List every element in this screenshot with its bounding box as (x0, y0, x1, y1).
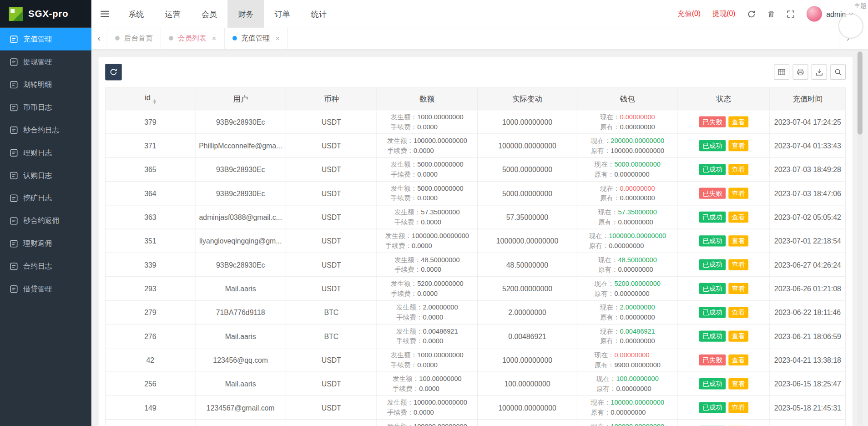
table-row: 27971BA776d9118BTC发生额：2.00000000手续费：0.00… (106, 300, 846, 324)
sidebar-item[interactable]: 秒合约返佣 (0, 209, 91, 232)
before-value: 0.00000000 (618, 218, 653, 226)
sidebar-toggle-button[interactable] (91, 0, 118, 28)
brand-logo[interactable]: SGX-pro (0, 0, 91, 28)
now-value: 100000.00000000 (611, 399, 664, 406)
search-button[interactable] (830, 64, 846, 80)
table-row: 33993B9c28930EcUSDT发生额：48.50000000手续费：0.… (106, 253, 846, 276)
nav-item[interactable]: 会员 (191, 0, 227, 28)
tab-item[interactable]: 后台首页 (107, 28, 161, 49)
tab-item[interactable]: 充值管理× (225, 28, 288, 49)
nav-item[interactable]: 订单 (264, 0, 300, 28)
view-button[interactable]: 查看 (728, 188, 748, 198)
fee-label: 手续费： (391, 194, 417, 202)
cell-amount: 发生额：1000.00000000手续费：0.0000 (391, 112, 464, 132)
view-button[interactable]: 查看 (728, 283, 748, 294)
occur-value: 5000.00000000 (417, 161, 464, 168)
occur-value: 100000.00000000 (414, 422, 467, 426)
view-button[interactable]: 查看 (728, 378, 748, 389)
cell-user: 93B9c28930Ec (216, 118, 265, 126)
sidebar-item[interactable]: 币币日志 (0, 96, 91, 119)
refresh-table-button[interactable] (105, 64, 122, 81)
nav-item[interactable]: 运营 (154, 0, 191, 28)
sidebar-item[interactable]: 挖矿日志 (0, 187, 91, 209)
view-button[interactable]: 查看 (728, 330, 748, 341)
fee-label: 手续费： (387, 409, 414, 416)
fee-value: 0.0000 (414, 147, 434, 154)
before-label: 原有： (595, 171, 615, 178)
tab-item[interactable]: 会员列表× (161, 28, 224, 49)
sidebar-item-label: 合约日志 (23, 261, 52, 271)
view-button[interactable]: 查看 (728, 164, 748, 175)
tab-label: 充值管理 (241, 33, 270, 43)
tabs-scroll-left-button[interactable]: ‹ (91, 28, 107, 49)
view-button[interactable]: 查看 (728, 259, 748, 270)
view-button[interactable]: 查看 (728, 235, 748, 246)
avatar[interactable] (806, 6, 822, 21)
app-root: SGX-pro 系统运营会员财务订单统计 充值(0) 提现(0) admin (0, 0, 868, 426)
sidebar-item[interactable]: 理财返佣 (0, 232, 91, 255)
cell-status: 已失败查看 (680, 188, 767, 198)
menu-icon (10, 35, 18, 43)
recharge-count: (0) (692, 10, 701, 18)
cell-user: 123456@qq.com (213, 356, 268, 364)
column-header[interactable]: id▴▾ (106, 88, 195, 110)
fullscreen-icon[interactable] (787, 10, 795, 18)
cell-user: Mail.aaris (225, 284, 256, 293)
print-button[interactable] (792, 64, 808, 80)
view-button[interactable]: 查看 (728, 355, 748, 365)
occur-label: 发生额： (387, 422, 414, 426)
cell-time: 2023-07-03 18:49:28 (774, 165, 841, 173)
sidebar-item[interactable]: 提现管理 (0, 51, 91, 73)
view-button[interactable]: 查看 (728, 212, 748, 223)
table-row: 276Mail.aarisBTC发生额：0.00486921手续费：0.0000… (106, 324, 846, 348)
nav-item[interactable]: 系统 (118, 0, 154, 28)
vertical-scrollbar[interactable] (858, 51, 863, 425)
view-button[interactable]: 查看 (728, 117, 748, 127)
cell-coin: USDT (322, 356, 341, 364)
view-button[interactable]: 查看 (728, 140, 748, 151)
trash-icon[interactable] (767, 10, 775, 18)
sidebar-item[interactable]: 合约日志 (0, 255, 91, 278)
occur-label: 发生额： (391, 113, 417, 121)
export-button[interactable] (812, 64, 827, 80)
close-icon[interactable]: × (275, 34, 279, 42)
toolbar (105, 64, 846, 81)
now-label: 现在： (596, 375, 616, 383)
tab-list: 后台首页会员列表×充值管理× (107, 28, 288, 49)
view-button[interactable]: 查看 (728, 402, 748, 413)
close-icon[interactable]: × (212, 34, 216, 42)
recharge-counter[interactable]: 充值(0) (677, 9, 701, 19)
fee-label: 手续费： (391, 289, 417, 297)
cell-amount: 发生额：2.00000000手续费：0.0000 (396, 302, 458, 322)
sidebar-item[interactable]: 划转明细 (0, 73, 91, 96)
decorative-circle (838, 13, 863, 39)
sidebar-item[interactable]: 认购日志 (0, 164, 91, 187)
before-label: 原有： (600, 194, 620, 202)
column-label: 钱包 (620, 94, 635, 102)
before-value: 0.00000000 (620, 194, 655, 202)
cell-time: 2023-07-04 17:24:25 (774, 118, 841, 126)
withdraw-count: (0) (727, 10, 735, 18)
fee-label: 手续费： (387, 147, 414, 154)
occur-value: 1000.00000000 (417, 351, 464, 359)
occur-value: 100000.00000000 (414, 137, 467, 145)
before-label: 原有： (598, 218, 618, 226)
columns-button[interactable] (774, 64, 789, 80)
sidebar-item[interactable]: 秒合约日志 (0, 118, 91, 141)
refresh-icon[interactable] (747, 10, 755, 18)
occur-value: 5000.00000000 (417, 184, 464, 192)
cell-time: 2023-07-03 18:47:06 (774, 189, 841, 198)
before-value: 0.00000000 (620, 123, 655, 131)
sidebar-item[interactable]: 借贷管理 (0, 278, 91, 300)
theme-label[interactable]: 主题 (854, 2, 867, 10)
now-value: 200000.00000000 (611, 137, 664, 145)
withdraw-counter[interactable]: 提现(0) (712, 9, 736, 19)
nav-item[interactable]: 统计 (301, 0, 337, 28)
nav-item[interactable]: 财务 (227, 0, 264, 28)
sidebar-item[interactable]: 充值管理 (0, 28, 91, 51)
scrollbar-thumb[interactable] (858, 51, 863, 135)
sort-icons[interactable]: ▴▾ (153, 99, 156, 104)
cell-change: 5000.00000000 (502, 165, 552, 173)
view-button[interactable]: 查看 (728, 307, 748, 318)
sidebar-item[interactable]: 理财日志 (0, 141, 91, 164)
